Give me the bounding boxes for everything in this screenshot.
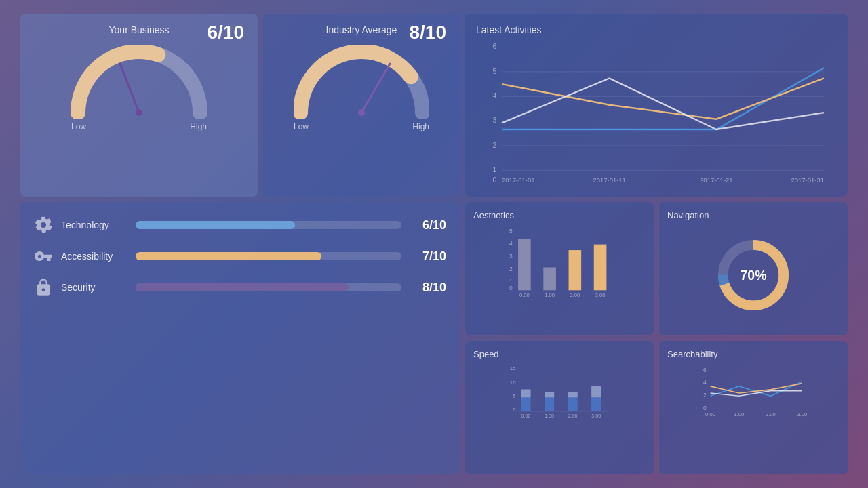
gear-icon xyxy=(34,216,53,235)
svg-text:0: 0 xyxy=(513,407,516,413)
aesthetics-bar-1 xyxy=(543,267,556,290)
industry-average-card: Industry Average 8/10 Low High xyxy=(263,14,460,197)
dashboard: Your Business 6/10 Low High Industry Ave… xyxy=(20,14,848,474)
technology-bar-container xyxy=(136,221,401,229)
navigation-card: Navigation 70% xyxy=(659,202,848,336)
accessibility-score: 7/10 xyxy=(412,249,446,264)
security-bar-container xyxy=(136,283,401,291)
svg-text:3.00: 3.00 xyxy=(797,411,808,418)
activities-title: Latest Activities xyxy=(476,24,837,35)
svg-text:15: 15 xyxy=(510,365,516,371)
svg-line-0 xyxy=(120,64,139,113)
svg-text:6: 6 xyxy=(493,43,497,50)
security-bar xyxy=(136,283,349,291)
accessibility-label: Accessibility xyxy=(61,251,136,262)
aesthetics-title: Aesthetics xyxy=(473,210,646,220)
svg-text:0: 0 xyxy=(509,285,513,291)
accessibility-bar-container xyxy=(136,252,401,260)
searchability-title: Searchability xyxy=(667,349,840,359)
aesthetics-bar-2 xyxy=(569,250,582,290)
navigation-title: Navigation xyxy=(667,210,709,220)
svg-rect-43 xyxy=(568,392,578,397)
navigation-donut: 70% xyxy=(709,231,797,319)
security-label: Security xyxy=(61,282,136,293)
svg-text:10: 10 xyxy=(510,380,516,386)
svg-text:2: 2 xyxy=(703,392,707,399)
industry-title: Industry Average xyxy=(326,24,397,35)
speed-title: Speed xyxy=(473,349,646,359)
donut-value: 70% xyxy=(740,267,766,282)
donut-container: 70% xyxy=(709,224,797,325)
bottom-charts: Aesthetics 5 4 3 2 1 0 0.00 1. xyxy=(465,202,848,474)
activities-line-chart: 6 5 4 3 2 1 0 2017-01-01 2017-01-11 2017… xyxy=(476,41,837,190)
accessibility-bar xyxy=(136,252,321,260)
svg-point-3 xyxy=(358,109,365,116)
svg-text:4: 4 xyxy=(509,240,513,247)
svg-line-2 xyxy=(361,64,390,113)
svg-text:1: 1 xyxy=(509,278,513,285)
svg-text:0: 0 xyxy=(703,405,707,411)
searchability-chart: 6 4 2 0 0.00 1.00 2.00 3.00 xyxy=(667,363,840,438)
industry-gauge-labels: Low High xyxy=(294,122,429,131)
svg-rect-44 xyxy=(591,397,601,411)
industry-gauge-low: Low xyxy=(294,122,309,131)
svg-rect-40 xyxy=(545,397,554,411)
svg-text:2.00: 2.00 xyxy=(570,292,580,298)
lock-icon xyxy=(34,278,53,297)
gauge-high-label: High xyxy=(190,122,207,131)
svg-text:4: 4 xyxy=(493,92,497,100)
svg-rect-45 xyxy=(591,386,601,398)
svg-text:2017-01-01: 2017-01-01 xyxy=(502,176,535,183)
metric-security: Security 8/10 xyxy=(34,278,446,297)
aesthetics-chart: 5 4 3 2 1 0 0.00 1.00 2.00 3.00 xyxy=(473,224,646,299)
svg-text:1.00: 1.00 xyxy=(734,411,744,418)
gauge-low-label: Low xyxy=(71,122,86,131)
svg-text:5: 5 xyxy=(509,228,513,235)
your-business-card: Your Business 6/10 Low High xyxy=(20,14,258,197)
svg-text:0: 0 xyxy=(493,176,497,183)
svg-text:2: 2 xyxy=(493,142,497,149)
speed-chart: 15 10 5 0 0.00 1 xyxy=(473,363,646,438)
technology-label: Technology xyxy=(61,220,136,230)
svg-text:2: 2 xyxy=(509,266,513,272)
svg-text:5: 5 xyxy=(513,393,516,399)
svg-rect-41 xyxy=(545,392,554,397)
svg-text:3.00: 3.00 xyxy=(595,292,606,298)
latest-activities-card: Latest Activities 6 5 4 3 2 1 0 2017-01-… xyxy=(465,14,848,197)
your-business-title: Your Business xyxy=(109,24,170,35)
svg-text:1.00: 1.00 xyxy=(545,292,555,298)
svg-text:1: 1 xyxy=(493,166,497,174)
svg-rect-42 xyxy=(568,397,578,411)
aesthetics-bar-0 xyxy=(518,239,531,290)
svg-text:6: 6 xyxy=(703,367,707,373)
industry-gauge xyxy=(294,45,429,119)
metric-accessibility: Accessibility 7/10 xyxy=(34,247,446,266)
svg-rect-38 xyxy=(521,397,530,411)
svg-text:3.00: 3.00 xyxy=(591,413,601,418)
svg-text:1.00: 1.00 xyxy=(545,413,554,418)
svg-text:4: 4 xyxy=(703,379,707,386)
aesthetics-card: Aesthetics 5 4 3 2 1 0 0.00 1. xyxy=(465,202,654,336)
metrics-card: Technology 6/10 Accessibility 7/10 Secur… xyxy=(20,202,460,474)
svg-text:2017-01-11: 2017-01-11 xyxy=(593,176,626,183)
speed-card: Speed 15 10 5 0 xyxy=(465,341,654,474)
industry-gauge-high: High xyxy=(412,122,429,131)
svg-text:3: 3 xyxy=(509,253,513,260)
svg-text:2017-01-21: 2017-01-21 xyxy=(700,176,733,183)
technology-bar xyxy=(136,221,295,229)
key-icon xyxy=(34,247,53,266)
your-business-gauge-labels: Low High xyxy=(71,122,207,131)
svg-text:0.00: 0.00 xyxy=(519,292,530,298)
your-business-score: 6/10 xyxy=(208,22,245,43)
svg-text:0.00: 0.00 xyxy=(705,411,715,418)
metric-technology: Technology 6/10 xyxy=(34,216,446,235)
svg-text:5: 5 xyxy=(493,68,497,75)
technology-score: 6/10 xyxy=(412,218,446,232)
security-score: 8/10 xyxy=(412,281,446,295)
svg-text:2017-01-31: 2017-01-31 xyxy=(791,176,824,183)
svg-point-1 xyxy=(136,109,142,116)
aesthetics-bar-3 xyxy=(594,245,607,291)
svg-text:0.00: 0.00 xyxy=(521,413,531,418)
svg-text:2.00: 2.00 xyxy=(568,413,578,418)
svg-rect-39 xyxy=(521,390,530,398)
